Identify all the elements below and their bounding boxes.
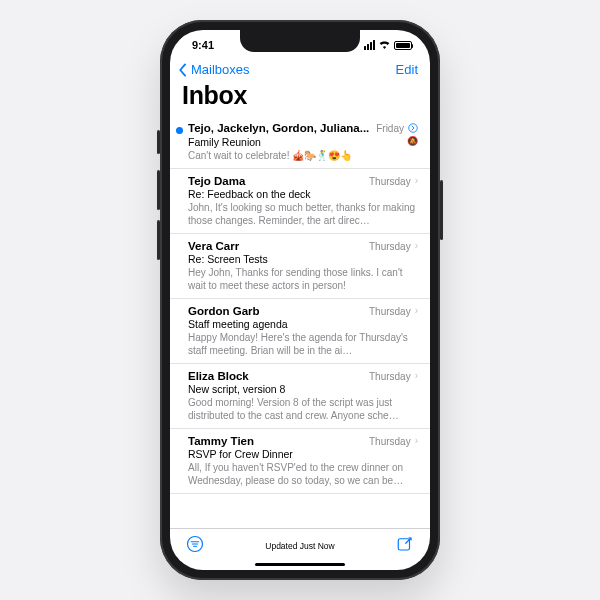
- nav-bar: Mailboxes Edit: [170, 60, 430, 81]
- sender: Tammy Tien: [188, 435, 363, 447]
- back-label: Mailboxes: [191, 62, 250, 77]
- subject: Family Reunion: [188, 136, 418, 148]
- sender: Vera Carr: [188, 240, 363, 252]
- preview: Hey John, Thanks for sending those links…: [188, 266, 418, 292]
- chevron-right-icon: ›: [415, 371, 418, 381]
- chevron-right-icon: ›: [415, 176, 418, 186]
- sender: Tejo, Jackelyn, Gordon, Juliana...: [188, 122, 370, 134]
- preview: Can't wait to celebrate! 🎪🐎🕺😍👆: [188, 149, 418, 162]
- toolbar: Updated Just Now: [170, 528, 430, 561]
- sender: Gordon Garb: [188, 305, 363, 317]
- date: Thursday: [369, 176, 411, 187]
- subject: New script, version 8: [188, 383, 418, 395]
- email-list[interactable]: Tejo, Jackelyn, Gordon, Juliana...Friday…: [170, 116, 430, 528]
- filter-button[interactable]: [186, 535, 204, 557]
- subject: RSVP for Crew Dinner: [188, 448, 418, 460]
- page-title: Inbox: [170, 81, 430, 116]
- subject: Staff meeting agenda: [188, 318, 418, 330]
- chevron-right-icon: ›: [415, 306, 418, 316]
- back-button[interactable]: Mailboxes: [176, 62, 250, 77]
- email-row[interactable]: Tejo DamaThursday›Re: Feedback on the de…: [170, 169, 430, 234]
- email-row[interactable]: Eliza BlockThursday›New script, version …: [170, 364, 430, 429]
- edit-button[interactable]: Edit: [396, 62, 418, 77]
- sender: Tejo Dama: [188, 175, 363, 187]
- compose-icon: [396, 535, 414, 553]
- email-row[interactable]: Vera CarrThursday›Re: Screen TestsHey Jo…: [170, 234, 430, 299]
- date: Friday: [376, 123, 404, 134]
- svg-point-0: [409, 123, 418, 132]
- date: Thursday: [369, 371, 411, 382]
- wifi-icon: [378, 39, 391, 51]
- sender: Eliza Block: [188, 370, 363, 382]
- preview: All, If you haven't RSVP'ed to the crew …: [188, 461, 418, 487]
- battery-icon: [394, 41, 412, 50]
- subject: Re: Feedback on the deck: [188, 188, 418, 200]
- subject: Re: Screen Tests: [188, 253, 418, 265]
- date: Thursday: [369, 241, 411, 252]
- signal-icon: [364, 40, 375, 50]
- screen: 9:41 Mailboxes Edit Inbox Tejo, Jackelyn…: [170, 30, 430, 570]
- date: Thursday: [369, 436, 411, 447]
- preview: Good morning! Version 8 of the script wa…: [188, 396, 418, 422]
- email-row[interactable]: Gordon GarbThursday›Staff meeting agenda…: [170, 299, 430, 364]
- compose-button[interactable]: [396, 535, 414, 557]
- filter-icon: [186, 535, 204, 553]
- preview: Happy Monday! Here's the agenda for Thur…: [188, 331, 418, 357]
- sync-status: Updated Just Now: [170, 541, 430, 551]
- thread-icon: [408, 123, 418, 135]
- email-row[interactable]: Tammy TienThursday›RSVP for Crew DinnerA…: [170, 429, 430, 494]
- phone-frame: 9:41 Mailboxes Edit Inbox Tejo, Jackelyn…: [160, 20, 440, 580]
- chevron-right-icon: ›: [415, 241, 418, 251]
- chevron-right-icon: ›: [415, 436, 418, 446]
- chevron-left-icon: [176, 63, 190, 77]
- mute-icon: 🔕: [407, 137, 418, 146]
- preview: John, It's looking so much better, thank…: [188, 201, 418, 227]
- date: Thursday: [369, 306, 411, 317]
- notch: [240, 30, 360, 52]
- email-row[interactable]: Tejo, Jackelyn, Gordon, Juliana...Friday…: [170, 116, 430, 169]
- status-time: 9:41: [192, 39, 214, 51]
- home-indicator[interactable]: [255, 563, 345, 567]
